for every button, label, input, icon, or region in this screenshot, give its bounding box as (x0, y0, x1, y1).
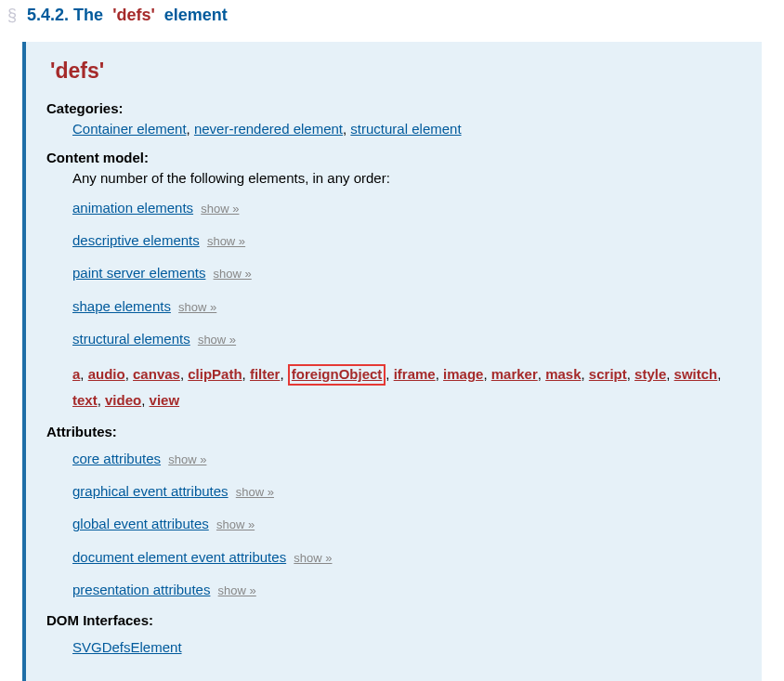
heading-quoted: 'defs' (112, 6, 155, 24)
anchor-icon[interactable]: § (7, 6, 17, 24)
attribute-group-item: document element event attributes show » (72, 547, 741, 567)
category-link[interactable]: Container element (72, 121, 187, 137)
heading-number: 5.4.2. (27, 6, 69, 24)
show-toggle[interactable]: show » (207, 234, 245, 248)
element-groups-list: animation elements show »descriptive ele… (72, 198, 741, 348)
inline-element-link[interactable]: text (72, 392, 98, 408)
heading-prefix: The (73, 6, 103, 24)
show-toggle[interactable]: show » (198, 333, 236, 347)
attribute-group-item: graphical event attributes show » (72, 481, 741, 501)
category-link[interactable]: never-rendered element (194, 121, 343, 137)
content-model-label: Content model: (46, 150, 741, 165)
dom-interface-link[interactable]: SVGDefsElement (72, 639, 182, 655)
show-toggle[interactable]: show » (178, 300, 216, 314)
show-toggle[interactable]: show » (214, 267, 252, 281)
highlighted-element: foreignObject (288, 364, 386, 386)
show-toggle[interactable]: show » (201, 202, 239, 216)
element-group-link[interactable]: animation elements (72, 200, 193, 216)
element-group-link[interactable]: descriptive elements (72, 232, 200, 248)
inline-element-link[interactable]: clipPath (188, 366, 242, 382)
inline-element-link[interactable]: mask (545, 366, 581, 382)
attribute-group-item: presentation attributes show » (72, 580, 741, 599)
attribute-group-link[interactable]: graphical event attributes (72, 483, 229, 499)
element-group-link[interactable]: shape elements (72, 298, 171, 314)
inline-elements-line: a, audio, canvas, clipPath, filter, fore… (72, 361, 741, 414)
show-toggle[interactable]: show » (168, 452, 206, 466)
attribute-group-link[interactable]: global event attributes (72, 516, 209, 531)
dom-interfaces-list: SVGDefsElement (72, 637, 741, 657)
show-toggle[interactable]: show » (218, 583, 256, 597)
category-link[interactable]: structural element (350, 121, 461, 137)
inline-element-link[interactable]: foreignObject (292, 366, 383, 382)
element-group-item: structural elements show » (72, 329, 741, 348)
element-group-item: shape elements show » (72, 296, 741, 316)
inline-element-link[interactable]: image (443, 366, 483, 382)
attribute-group-item: core attributes show » (72, 449, 741, 468)
inline-element-link[interactable]: view (150, 392, 180, 408)
show-toggle[interactable]: show » (236, 485, 274, 499)
element-group-item: animation elements show » (72, 198, 741, 217)
attribute-group-link[interactable]: presentation attributes (72, 582, 210, 597)
attribute-group-link[interactable]: document element event attributes (72, 549, 286, 565)
heading-suffix: element (164, 6, 228, 24)
inline-element-link[interactable]: marker (491, 366, 538, 382)
attribute-group-item: global event attributes show » (72, 514, 741, 533)
show-toggle[interactable]: show » (216, 517, 255, 531)
element-group-link[interactable]: structural elements (72, 331, 190, 347)
content-model-intro: Any number of the following elements, in… (72, 168, 741, 190)
inline-element-link[interactable]: style (634, 366, 666, 382)
inline-element-link[interactable]: video (105, 392, 141, 408)
element-group-item: paint server elements show » (72, 263, 741, 282)
attributes-label: Attributes: (46, 424, 741, 439)
panel-title: 'defs' (50, 59, 741, 84)
dom-interfaces-label: DOM Interfaces: (46, 612, 741, 628)
element-panel: 'defs' Categories: Container element, ne… (22, 42, 762, 681)
dom-interface-item: SVGDefsElement (72, 637, 741, 657)
inline-element-link[interactable]: switch (674, 366, 718, 382)
attribute-group-link[interactable]: core attributes (72, 451, 161, 466)
inline-element-link[interactable]: audio (88, 366, 125, 382)
attribute-groups-list: core attributes show »graphical event at… (72, 449, 741, 599)
inline-element-link[interactable]: iframe (394, 366, 436, 382)
section-heading: § 5.4.2. The 'defs' element (0, 0, 784, 25)
inline-element-link[interactable]: canvas (133, 366, 180, 382)
show-toggle[interactable]: show » (294, 551, 332, 565)
inline-element-link[interactable]: script (589, 366, 627, 382)
element-group-item: descriptive elements show » (72, 230, 741, 250)
categories-list: Container element, never-rendered elemen… (72, 119, 741, 140)
element-group-link[interactable]: paint server elements (72, 265, 205, 281)
categories-label: Categories: (46, 100, 741, 116)
inline-element-link[interactable]: filter (250, 366, 281, 382)
